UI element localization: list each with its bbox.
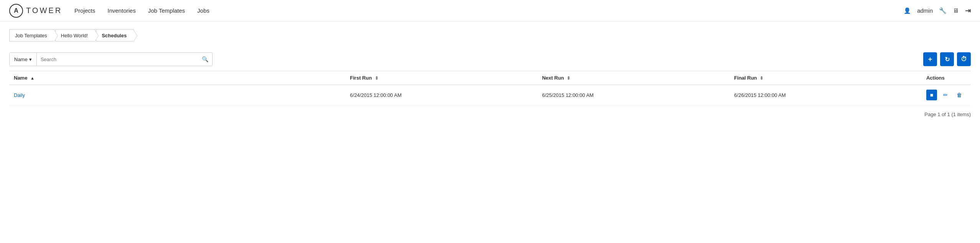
col-header-next-run[interactable]: Next Run ⇕: [538, 71, 730, 85]
refresh-button[interactable]: ↻: [940, 52, 954, 66]
cell-next-run: 6/25/2015 12:00:00 AM: [538, 85, 730, 105]
breadcrumb: Job Templates Hello World! Schedules: [0, 22, 980, 48]
cell-name: Daily: [9, 85, 345, 105]
search-input[interactable]: [37, 57, 198, 62]
pagination: Page 1 of 1 (1 items): [0, 105, 980, 123]
navbar: A TOWER Projects Inventories Job Templat…: [0, 0, 980, 22]
delete-icon: 🗑: [957, 92, 962, 98]
cell-final-run: 6/26/2015 12:00:00 AM: [729, 85, 922, 105]
monitor-icon[interactable]: 🖥: [953, 7, 959, 14]
edit-button[interactable]: ✏: [940, 90, 951, 100]
sort-icon-final-run: ⇕: [760, 76, 763, 81]
nav-username[interactable]: admin: [917, 7, 933, 14]
cell-actions: ■ ✏ 🗑: [922, 85, 971, 105]
col-header-first-run[interactable]: First Run ⇕: [345, 71, 538, 85]
search-icon[interactable]: 🔍: [198, 56, 212, 62]
actions-cell: ■ ✏ 🗑: [926, 90, 966, 100]
delete-button[interactable]: 🗑: [954, 90, 965, 100]
search-filter-dropdown[interactable]: Name ▾: [10, 53, 37, 66]
user-icon: 👤: [904, 7, 911, 14]
nav-projects[interactable]: Projects: [74, 7, 95, 14]
logout-icon[interactable]: ⇥: [965, 7, 971, 15]
schedules-table: Name ▲ First Run ⇕ Next Run ⇕ Final Run …: [9, 71, 971, 105]
table-wrap: Name ▲ First Run ⇕ Next Run ⇕ Final Run …: [0, 71, 980, 105]
logo-text: TOWER: [26, 6, 62, 15]
nav-job-templates[interactable]: Job Templates: [148, 7, 185, 14]
col-header-final-run[interactable]: Final Run ⇕: [729, 71, 922, 85]
add-button[interactable]: +: [923, 52, 937, 66]
schedule-name-link[interactable]: Daily: [14, 92, 25, 98]
table-row: Daily 6/24/2015 12:00:00 AM 6/25/2015 12…: [9, 85, 971, 105]
schedule-button[interactable]: ⏱: [957, 52, 971, 66]
sort-icon-next-run: ⇕: [567, 76, 570, 81]
col-header-actions: Actions: [922, 71, 971, 85]
breadcrumb-job-templates[interactable]: Job Templates: [9, 29, 54, 42]
stop-button[interactable]: ■: [926, 90, 937, 100]
edit-icon: ✏: [943, 92, 948, 98]
breadcrumb-hello-world[interactable]: Hello World!: [55, 29, 96, 42]
stop-icon: ■: [930, 92, 933, 98]
nav-right: 👤 admin 🔧 🖥 ⇥: [904, 7, 971, 15]
toolbar-actions: + ↻ ⏱: [923, 52, 971, 66]
nav-inventories[interactable]: Inventories: [107, 7, 135, 14]
sort-icon-first-run: ⇕: [375, 76, 378, 81]
search-filter-arrow: ▾: [29, 57, 32, 62]
breadcrumb-schedules[interactable]: Schedules: [96, 29, 134, 42]
logo: A TOWER: [9, 4, 62, 18]
nav-jobs[interactable]: Jobs: [197, 7, 210, 14]
col-header-name[interactable]: Name ▲: [9, 71, 345, 85]
search-area: Name ▾ 🔍: [9, 52, 213, 66]
pagination-text: Page 1 of 1 (1 items): [924, 112, 971, 117]
sort-icon-name: ▲: [30, 76, 35, 80]
nav-links: Projects Inventories Job Templates Jobs: [74, 7, 904, 14]
logo-icon: A: [9, 4, 23, 18]
table-header-row: Name ▲ First Run ⇕ Next Run ⇕ Final Run …: [9, 71, 971, 85]
wrench-icon[interactable]: 🔧: [939, 7, 947, 14]
cell-first-run: 6/24/2015 12:00:00 AM: [345, 85, 538, 105]
search-filter-label: Name: [14, 57, 28, 62]
toolbar: Name ▾ 🔍 + ↻ ⏱: [0, 48, 980, 71]
